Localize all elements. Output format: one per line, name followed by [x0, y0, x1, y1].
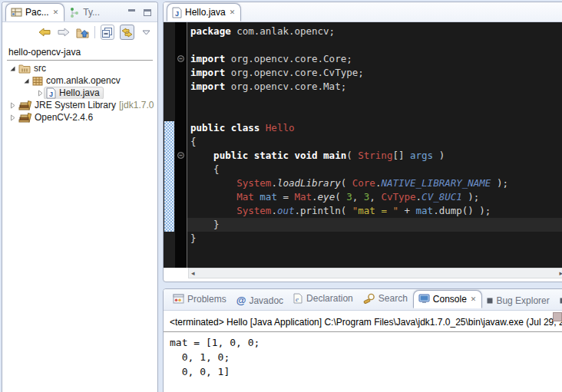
tab-label: Ty...: [83, 7, 100, 18]
tree-item-body[interactable]: src: [16, 62, 50, 74]
code-token: args: [410, 150, 433, 161]
code-token: import: [190, 53, 225, 64]
project-root-label[interactable]: hello-opencv-java: [7, 45, 157, 60]
tree-item-src[interactable]: src: [7, 62, 157, 74]
tree-item-body[interactable]: JHello.java: [44, 87, 104, 99]
code-area[interactable]: package com.anlak.opencv;import org.open…: [187, 22, 562, 268]
close-icon[interactable]: ✕: [52, 8, 59, 16]
view-menu-button[interactable]: [140, 25, 153, 40]
tree-item-label: JRE System Library: [35, 100, 116, 110]
code-token: CvType: [381, 191, 415, 203]
scroll-left-icon[interactable]: ◂: [191, 269, 195, 277]
tree-item-opencv-2-4-6[interactable]: OpenCV-2.4.6: [7, 111, 157, 124]
code-line[interactable]: import org.opencv.core.CvType;: [187, 66, 562, 80]
code-line[interactable]: {: [187, 163, 562, 176]
code-token: CV_8UC1: [422, 191, 462, 203]
close-icon[interactable]: ✕: [470, 295, 477, 303]
fold-collapse-icon[interactable]: −: [177, 152, 184, 159]
minimize-button[interactable]: [128, 9, 137, 17]
package-explorer-view: Pac...✕Ty... hello-opencv-java srccom.an…: [2, 2, 158, 392]
code-line[interactable]: import org.opencv.core.Core;: [187, 52, 562, 66]
folding-gutter[interactable]: −−: [175, 22, 187, 268]
javadoc-icon: @: [236, 295, 246, 306]
tab-label: Problems: [187, 294, 226, 305]
code-token: 3: [346, 191, 352, 203]
code-line[interactable]: {: [187, 135, 562, 149]
code-line[interactable]: import org.opencv.core.Mat;: [187, 80, 562, 94]
collapse-all-button[interactable]: [101, 25, 114, 40]
link-with-editor-button[interactable]: [120, 25, 134, 40]
console-output[interactable]: mat = [1, 0, 0; 0, 1, 0; 0, 0, 1]: [164, 334, 562, 379]
code-line[interactable]: [187, 94, 562, 107]
code-token: Hello: [266, 122, 295, 133]
code-token: System: [236, 205, 271, 216]
package-explorer-toolbar: [2, 22, 157, 42]
tab-label: Pac...: [25, 7, 49, 18]
code-line[interactable]: }: [187, 218, 562, 232]
code-line[interactable]: public class Hello: [187, 121, 562, 135]
collapsed-arrow-icon[interactable]: [8, 102, 16, 109]
code-line[interactable]: [187, 38, 562, 52]
console-tab-console[interactable]: Console✕: [413, 290, 483, 308]
code-token: NATIVE_LIBRARY_NAME: [381, 177, 491, 189]
tree-item-hello-java[interactable]: JHello.java: [7, 87, 157, 99]
tree-item-body[interactable]: com.anlak.opencv: [30, 74, 124, 87]
code-token: Mat: [294, 191, 312, 203]
expanded-arrow-icon[interactable]: [8, 65, 16, 72]
editor-tabstrip: J Hello.java ✕: [164, 2, 562, 22]
code-token: eye: [318, 191, 336, 203]
tree-item-jre-system-library[interactable]: JRE System Library [jdk1.7.0: [7, 99, 157, 111]
tab-label: Declaration: [306, 293, 353, 304]
fold-collapse-icon[interactable]: −: [177, 55, 184, 62]
scroll-right-icon[interactable]: ▸: [559, 269, 562, 277]
code-line[interactable]: [187, 107, 562, 121]
code-token: .: [271, 177, 277, 189]
code-token: ,: [352, 191, 364, 203]
back-button[interactable]: [38, 25, 51, 40]
console-tab-javadoc[interactable]: @Javadoc: [232, 292, 289, 310]
code-token: public class: [190, 122, 266, 133]
collapsed-arrow-icon[interactable]: [36, 90, 44, 97]
editor-body: −− package com.anlak.opencv;import org.o…: [164, 22, 562, 268]
code-line[interactable]: }: [187, 232, 562, 245]
forward-button[interactable]: [57, 25, 71, 40]
editor-tab-hello-java[interactable]: J Hello.java ✕: [167, 3, 241, 21]
code-token: org.opencv.core.CvType;: [225, 67, 364, 78]
code-token: (: [346, 150, 358, 161]
tree-item-body[interactable]: JRE System Library [jdk1.7.0: [16, 99, 157, 111]
scrollbar-track[interactable]: ◂ ▸: [188, 268, 562, 278]
sidebar-tab-ty[interactable]: Ty...: [64, 3, 105, 21]
code-token: String: [358, 150, 392, 161]
console-tab-search[interactable]: Search: [359, 289, 413, 308]
code-token: =: [277, 191, 295, 203]
code-line[interactable]: Mat mat = Mat.eye( 3, 3, CvType.CV_8UC1 …: [187, 190, 562, 204]
problems-icon: [173, 294, 184, 304]
annotation-ruler[interactable]: [164, 22, 175, 268]
console-tab-problems[interactable]: Problems: [168, 290, 232, 308]
code-token: loadLibrary: [277, 177, 341, 189]
sidebar-tab-pac[interactable]: Pac...✕: [5, 3, 64, 21]
maximize-button[interactable]: [144, 9, 153, 17]
code-line[interactable]: System.out.println( "mat = " + mat.dump(…: [187, 204, 562, 218]
console-tab-declaration[interactable]: eDeclaration: [289, 289, 359, 308]
console-tab-bug[interactable]: Bug: [555, 292, 562, 310]
forward-icon: [57, 28, 71, 37]
code-line[interactable]: public static void main( String[] args ): [187, 149, 562, 163]
code-token: );: [491, 177, 508, 189]
close-icon[interactable]: ✕: [229, 8, 236, 16]
code-token: mat: [260, 191, 277, 203]
collapsed-arrow-icon[interactable]: [8, 114, 16, 121]
editor-horizontal-scrollbar[interactable]: ◂ ▸: [164, 268, 562, 278]
scrollbar-spacer: [164, 268, 188, 278]
tree-item-com-anlak-opencv[interactable]: com.anlak.opencv: [7, 74, 157, 87]
code-token: }: [190, 232, 197, 244]
console-tab-bug-explorer[interactable]: Bug Explorer: [482, 292, 554, 310]
up-button[interactable]: [76, 25, 89, 40]
expanded-arrow-icon[interactable]: [22, 77, 30, 84]
link-with-editor-icon: [121, 28, 134, 38]
code-line[interactable]: System.loadLibrary( Core.NATIVE_LIBRARY_…: [187, 176, 562, 190]
console-toolbar-icon-fragment[interactable]: [553, 312, 562, 321]
tree-item-body[interactable]: OpenCV-2.4.6: [16, 111, 97, 124]
code-line[interactable]: package com.anlak.opencv;: [187, 25, 562, 38]
code-token: (: [341, 177, 352, 189]
